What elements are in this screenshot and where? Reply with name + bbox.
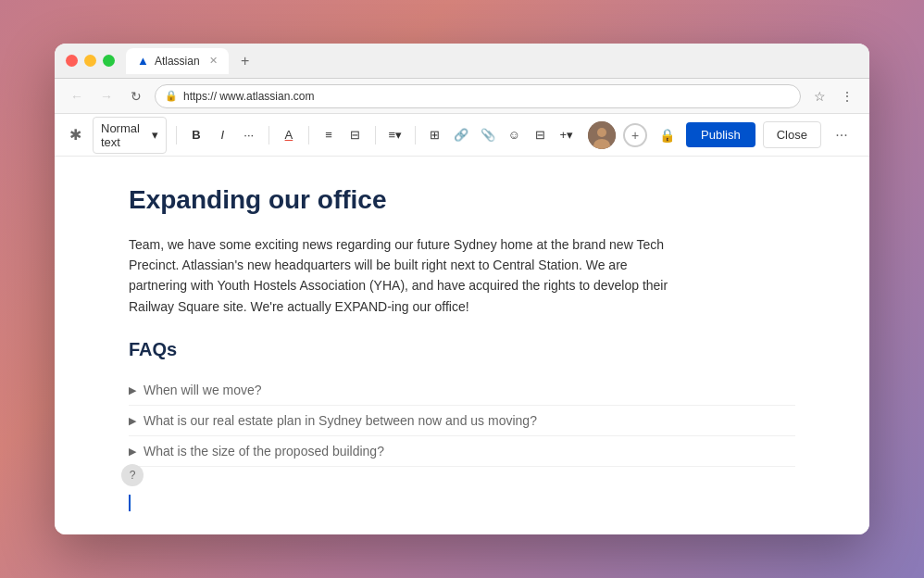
lock-icon: 🔒 <box>165 90 178 102</box>
align-button[interactable]: ≡▾ <box>385 122 406 148</box>
style-label: Normal text <box>101 121 148 149</box>
bookmark-icon[interactable]: ☆ <box>808 85 830 107</box>
chevron-down-icon: ▾ <box>152 128 158 142</box>
address-actions: ☆ ⋮ <box>808 85 858 107</box>
reload-button[interactable]: ↻ <box>125 85 147 107</box>
faq-question-1: When will we move? <box>144 383 262 397</box>
new-tab-button[interactable]: + <box>234 50 256 72</box>
divider-3 <box>308 126 309 144</box>
columns-button[interactable]: ⊟ <box>530 122 550 148</box>
link-button[interactable]: 🔗 <box>451 122 471 148</box>
attachment-button[interactable]: 📎 <box>477 122 497 148</box>
bold-button[interactable]: B <box>186 122 206 148</box>
faq-list: ▶ When will we move? ▶ What is our real … <box>129 375 795 467</box>
divider-5 <box>415 126 416 144</box>
more-options-button[interactable]: ··· <box>829 122 855 148</box>
document-title: Expanding our office <box>129 184 795 216</box>
traffic-lights <box>66 55 115 67</box>
divider-1 <box>176 126 177 144</box>
help-button[interactable]: ? <box>121 464 144 486</box>
confluence-logo: ✱ <box>69 126 81 144</box>
atlassian-tab-logo: ▲ <box>137 54 149 68</box>
style-dropdown[interactable]: Normal text ▾ <box>93 117 167 154</box>
faq-question-3: What is the size of the proposed buildin… <box>144 444 384 459</box>
bullet-list-button[interactable]: ≡ <box>318 122 339 148</box>
text-color-button[interactable]: A <box>279 122 299 148</box>
editor-content[interactable]: Expanding our office Team, we have some … <box>55 157 869 534</box>
numbered-list-button[interactable]: ⊟ <box>344 122 365 148</box>
close-button[interactable]: Close <box>763 121 821 148</box>
faq-item-1[interactable]: ▶ When will we move? <box>129 375 795 406</box>
back-button[interactable]: ← <box>66 85 88 107</box>
close-traffic-light[interactable] <box>66 55 78 67</box>
url-bar[interactable]: 🔒 https:// www.atlassian.com <box>155 84 801 108</box>
tab-bar: ▲ Atlassian ✕ + <box>126 48 858 74</box>
tab-close-icon[interactable]: ✕ <box>209 55 218 67</box>
divider-2 <box>268 126 269 144</box>
faqs-heading: FAQs <box>129 339 795 360</box>
minimize-traffic-light[interactable] <box>84 55 96 67</box>
divider-4 <box>375 126 376 144</box>
faq-chevron-2: ▶ <box>129 415 136 427</box>
add-collaborator-button[interactable]: + <box>623 123 647 147</box>
text-cursor <box>129 495 131 511</box>
tab-title: Atlassian <box>155 55 200 68</box>
avatar[interactable] <box>588 121 616 149</box>
browser-window: ▲ Atlassian ✕ + ← → ↻ 🔒 https:// www.atl… <box>55 44 869 534</box>
more-format-button[interactable]: ··· <box>239 122 259 148</box>
title-bar: ▲ Atlassian ✕ + <box>55 44 869 79</box>
publish-button[interactable]: Publish <box>686 122 755 147</box>
lock-button[interactable]: 🔒 <box>655 123 679 147</box>
italic-button[interactable]: I <box>212 122 232 148</box>
faq-item-3[interactable]: ▶ What is the size of the proposed build… <box>129 436 795 467</box>
emoji-button[interactable]: ☺ <box>504 122 524 148</box>
faq-question-2: What is our real estate plan in Sydney b… <box>144 413 537 428</box>
toolbar-right: + 🔒 Publish Close ··· <box>588 121 855 149</box>
url-text: https:// www.atlassian.com <box>183 90 314 103</box>
editor-toolbar: ✱ Normal text ▾ B I ··· A ≡ ⊟ <box>55 114 869 157</box>
address-bar: ← → ↻ 🔒 https:// www.atlassian.com ☆ ⋮ <box>55 79 869 114</box>
faq-chevron-3: ▶ <box>129 446 136 458</box>
browser-menu-icon[interactable]: ⋮ <box>836 85 858 107</box>
svg-point-1 <box>597 128 606 137</box>
avatar-image <box>588 121 616 149</box>
forward-button[interactable]: → <box>95 85 118 107</box>
document-body: Team, we have some exciting news regardi… <box>129 234 684 318</box>
faq-chevron-1: ▶ <box>129 384 136 396</box>
table-button[interactable]: ⊞ <box>425 122 445 148</box>
faq-item-2[interactable]: ▶ What is our real estate plan in Sydney… <box>129 406 795 436</box>
browser-tab[interactable]: ▲ Atlassian ✕ <box>126 48 229 74</box>
insert-more-button[interactable]: +▾ <box>556 122 577 148</box>
maximize-traffic-light[interactable] <box>103 55 115 67</box>
